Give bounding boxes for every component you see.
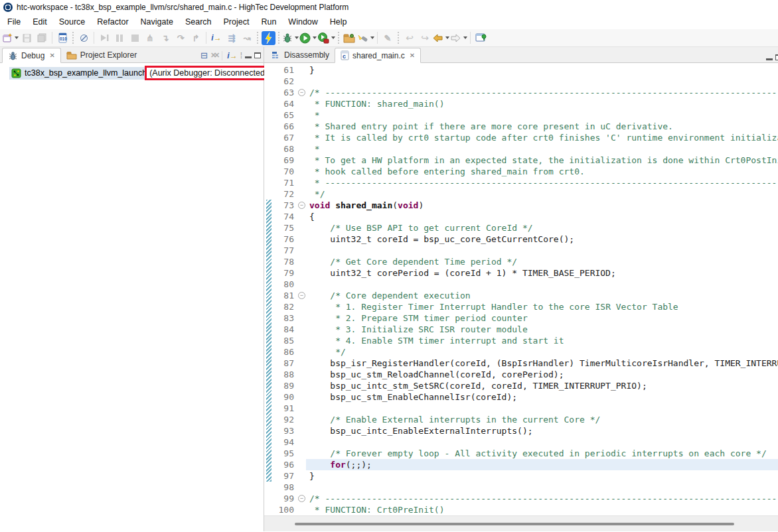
last-edit-forward-button[interactable]: ↪ <box>417 31 431 45</box>
line-number[interactable]: 67 <box>272 132 296 143</box>
line-number[interactable]: 94 <box>272 436 296 448</box>
step-into-button[interactable]: ↴ <box>158 31 173 45</box>
trace-step-button[interactable]: ↝ <box>240 31 254 45</box>
terminate-button[interactable] <box>127 31 142 45</box>
menu-navigate[interactable]: Navigate <box>135 15 179 29</box>
code-line[interactable]: 67 * It is called by crt0 startup code a… <box>264 132 778 143</box>
step-into-selection-button[interactable]: i→ <box>227 51 237 60</box>
code-line[interactable]: 85 * 4. Enable STM timer interrupt and s… <box>264 335 778 346</box>
line-number[interactable]: 76 <box>272 233 296 245</box>
code-line[interactable]: 95 /* Forever empty loop - All activity … <box>264 448 778 459</box>
line-number[interactable]: 65 <box>272 109 296 121</box>
line-number[interactable]: 100 <box>272 504 296 515</box>
back-button[interactable] <box>432 31 449 45</box>
code-line[interactable]: 70 * hook called before entering shared_… <box>264 166 778 177</box>
search-button[interactable] <box>357 31 374 45</box>
flash-debugger-button[interactable] <box>261 31 275 45</box>
menu-search[interactable]: Search <box>179 15 218 29</box>
line-number[interactable]: 79 <box>272 267 296 279</box>
code-line[interactable]: 74{ <box>264 211 778 222</box>
code-line[interactable]: 62 <box>264 76 778 87</box>
line-number[interactable]: 93 <box>272 425 296 436</box>
maximize-editor-button[interactable] <box>775 54 778 60</box>
code-line[interactable]: 78 /* Get Core dependent Time period */ <box>264 256 778 267</box>
code-line[interactable]: 98 <box>264 482 778 493</box>
code-line[interactable]: 90 bsp_uc_stm_EnableChannelIsr(coreId); <box>264 391 778 403</box>
line-number[interactable]: 91 <box>272 403 296 414</box>
line-number[interactable]: 84 <box>272 324 296 335</box>
tab-project-explorer[interactable]: Project Explorer <box>61 48 142 62</box>
line-number[interactable]: 90 <box>272 391 296 403</box>
code-line[interactable]: 69 * To get a HW platform in an expected… <box>264 155 778 166</box>
line-number[interactable]: 70 <box>272 166 296 177</box>
line-number[interactable]: 95 <box>272 448 296 459</box>
code-line[interactable]: 76 uint32_t coreId = bsp_uc_core_GetCurr… <box>264 233 778 245</box>
code-line[interactable]: 93 bsp_uc_intc_EnableExternalInterrupts(… <box>264 425 778 436</box>
dropdown-arrow-icon[interactable] <box>313 36 317 39</box>
code-line[interactable]: 100 * FUNCTION: Crt0PreInit() <box>264 504 778 515</box>
tab-disassembly[interactable]: Disassembly <box>266 48 335 62</box>
resume-button[interactable] <box>97 31 112 45</box>
code-line[interactable]: 77 <box>264 245 778 256</box>
fold-toggle-icon[interactable]: − <box>298 202 305 209</box>
line-number[interactable]: 69 <box>272 155 296 166</box>
code-line[interactable]: 81− /* Core dependent execution <box>264 290 778 301</box>
launch-selection[interactable]: tc38x_bsp_example_llvm_launch <box>9 67 147 80</box>
fold-toggle-icon[interactable]: − <box>298 89 305 96</box>
open-import-button[interactable] <box>342 31 356 45</box>
menu-file[interactable]: File <box>1 15 27 29</box>
line-number[interactable]: 73 <box>272 200 296 211</box>
menu-edit[interactable]: Edit <box>27 15 53 29</box>
dropdown-arrow-icon[interactable] <box>445 36 449 39</box>
line-number[interactable]: 66 <box>272 121 296 132</box>
dropdown-arrow-icon[interactable] <box>463 36 467 39</box>
close-icon[interactable]: ✕ <box>410 52 415 59</box>
run-button[interactable] <box>299 31 317 45</box>
menu-refactor[interactable]: Refactor <box>91 15 134 29</box>
line-number[interactable]: 71 <box>272 177 296 188</box>
view-menu-button[interactable]: ⁞ <box>240 53 242 58</box>
forward-button[interactable] <box>450 31 467 45</box>
dropdown-arrow-icon[interactable] <box>15 36 19 39</box>
instruction-stepping-button[interactable]: ⇶ <box>224 31 239 45</box>
line-number[interactable]: 88 <box>272 369 296 380</box>
menu-source[interactable]: Source <box>53 15 92 29</box>
step-into-selection-button[interactable]: i→ <box>209 31 224 45</box>
code-line[interactable]: 86 */ <box>264 346 778 358</box>
line-number[interactable]: 62 <box>272 76 296 87</box>
code-line[interactable]: 79 uint32_t corePeriod = (coreId + 1) * … <box>264 267 778 279</box>
new-wizard-button[interactable]: ✦ <box>2 31 19 45</box>
line-number[interactable]: 63 <box>272 87 296 98</box>
code-line[interactable]: 82 * 1. Register Timer Interrupt Handler… <box>264 301 778 312</box>
code-line[interactable]: 91 <box>264 403 778 414</box>
code-line[interactable]: 96 for(;;); <box>264 459 778 470</box>
line-number[interactable]: 77 <box>272 245 296 256</box>
step-over-button[interactable]: ↷ <box>173 31 188 45</box>
code-line[interactable]: 84 * 3. Initialize SRC ISR router module <box>264 324 778 335</box>
code-line[interactable]: 88 bsp_uc_stm_ReloadChannel(coreId, core… <box>264 369 778 380</box>
line-number[interactable]: 78 <box>272 256 296 267</box>
code-line[interactable]: 87 bsp_isr_RegisterHandler(coreId, (BspI… <box>264 358 778 369</box>
code-line[interactable]: 89 bsp_uc_intc_stm_SetSRC(coreId, coreId… <box>264 380 778 391</box>
dropdown-arrow-icon[interactable] <box>331 36 335 39</box>
pin-editor-button[interactable] <box>473 31 488 45</box>
line-number[interactable]: 85 <box>272 335 296 346</box>
code-line[interactable]: 65 * <box>264 109 778 121</box>
code-line[interactable]: 99−/* ----------------------------------… <box>264 493 778 504</box>
line-number[interactable]: 86 <box>272 346 296 358</box>
fold-toggle-icon[interactable]: − <box>298 495 305 502</box>
line-number[interactable]: 75 <box>272 222 296 233</box>
minimize-view-button[interactable] <box>245 56 252 58</box>
format-button[interactable]: ✎ <box>380 31 395 45</box>
remove-all-terminated-button[interactable]: ✕✕ <box>210 51 217 60</box>
code-line[interactable]: 63−/* ----------------------------------… <box>264 87 778 98</box>
menu-run[interactable]: Run <box>255 15 282 29</box>
skip-all-breakpoints-button[interactable] <box>76 31 91 45</box>
code-line[interactable]: 83 * 2. Prepare STM timer period counter <box>264 312 778 324</box>
code-line[interactable]: 72 */ <box>264 188 778 200</box>
save-all-button[interactable] <box>35 31 49 45</box>
fold-toggle-icon[interactable]: − <box>298 292 305 299</box>
horizontal-scrollbar[interactable] <box>264 515 778 531</box>
launch-config-row[interactable]: tc38x_bsp_example_llvm_launch (Aurix Deb… <box>9 65 264 81</box>
line-number[interactable]: 96 <box>272 459 296 470</box>
